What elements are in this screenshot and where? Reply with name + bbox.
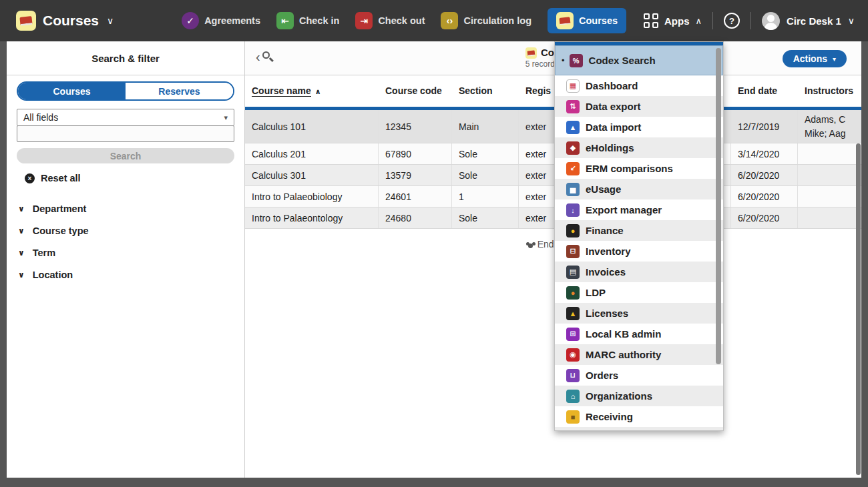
cell-course-name: Calculus 301 — [245, 165, 379, 185]
chevron-down-icon: ∨ — [18, 270, 25, 280]
menu-item-licenses[interactable]: ▲ Licenses — [555, 303, 723, 324]
menu-item-ldp[interactable]: ● LDP — [555, 282, 723, 303]
cell-course-name: Intro to Palaeontology — [245, 207, 379, 228]
menu-item-local-kb-admin[interactable]: ⊞ Local KB admin — [555, 324, 723, 344]
menu-item-finance[interactable]: ● Finance — [555, 220, 723, 241]
accordion-course-type[interactable]: ∨ Course type — [17, 222, 234, 239]
apps-dropdown-toggle[interactable]: Apps ∧ — [644, 13, 702, 28]
menu-item-marc-authority[interactable]: ◉ MARC authority — [555, 344, 723, 365]
help-icon[interactable]: ? — [724, 13, 740, 29]
organizations-icon: ⌂ — [566, 390, 580, 403]
menu-item-eusage[interactable]: ▅ eUsage — [555, 179, 723, 199]
finance-icon: ● — [566, 224, 580, 237]
licenses-icon: ▲ — [566, 307, 580, 320]
menu-item-receiving[interactable]: ■ Receiving — [555, 406, 723, 427]
current-app-menu[interactable]: Courses ∨ — [16, 11, 114, 31]
menu-item-export-manager[interactable]: ↓ Export manager — [555, 199, 723, 220]
check-in-icon: ⇤ — [276, 12, 294, 29]
chevron-down-icon: ∨ — [848, 15, 855, 26]
reset-x-icon: × — [25, 173, 35, 183]
column-header-section[interactable]: Section — [452, 85, 519, 97]
circulation-log-icon: ‹› — [441, 12, 458, 29]
menu-item-data-export[interactable]: ⇅ Data export — [555, 96, 723, 117]
cell-end-date: 6/20/2020 — [731, 186, 798, 207]
data-export-icon: ⇅ — [566, 100, 580, 113]
nav-item-check-in[interactable]: ⇤ Check in — [276, 12, 339, 29]
column-header-instructors[interactable]: Instructors — [798, 85, 861, 97]
chevron-down-icon: ▾ — [224, 113, 228, 122]
results-pane-header: ‹ Courses 5 records found Actions ▾ — [245, 41, 861, 75]
cell-end-date: 3/14/2020 — [731, 143, 798, 164]
nav-item-agreements[interactable]: ✓ Agreements — [182, 12, 260, 29]
invoices-icon: ▤ — [566, 266, 580, 279]
agreements-icon: ✓ — [182, 12, 199, 29]
app-title: Courses — [43, 13, 99, 29]
tab-reserves[interactable]: Reserves — [126, 83, 233, 99]
search-field-selected-value: All fields — [23, 112, 58, 123]
nav-item-check-out[interactable]: ⇥ Check out — [355, 12, 425, 29]
menu-vertical-scrollbar[interactable] — [716, 48, 721, 364]
chevron-down-icon: ∨ — [18, 204, 25, 213]
courses-book-icon — [16, 11, 36, 31]
ldp-icon: ● — [566, 286, 580, 300]
courses-reserves-tabs: Courses Reserves — [17, 81, 234, 101]
accordion-term[interactable]: ∨ Term — [17, 244, 234, 262]
chevron-down-icon: ∨ — [18, 226, 25, 235]
data-import-icon: ▲ — [566, 121, 580, 134]
column-header-end-date[interactable]: End date — [731, 85, 798, 97]
cell-end-date: 6/20/2020 — [731, 207, 798, 228]
table-row[interactable]: Calculus 101 12345 Main exter 9 12/7/201… — [245, 110, 861, 143]
menu-item-erm-comparisons[interactable]: ↙ ERM comparisons — [555, 158, 723, 179]
tab-courses[interactable]: Courses — [18, 83, 126, 99]
search-input[interactable] — [17, 125, 234, 142]
cell-section: Sole — [452, 165, 519, 185]
menu-item-eholdings[interactable]: ◆ eHoldings — [555, 137, 723, 158]
nav-item-courses-active[interactable]: Courses — [548, 8, 626, 33]
column-header-course-name[interactable]: Course name∧ — [245, 85, 379, 97]
check-out-icon: ⇥ — [355, 12, 373, 29]
table-row[interactable]: Intro to Palaeontology 24680 Sole exter … — [245, 207, 861, 229]
menu-item-codex-search[interactable]: • % Codex Search — [555, 45, 723, 75]
collapse-search-pane-button[interactable]: ‹ — [256, 50, 273, 63]
receiving-icon: ■ — [566, 410, 580, 424]
cell-course-name: Calculus 101 — [245, 110, 379, 143]
table-row[interactable]: Calculus 201 67890 Sole exter 3/14/2020 — [245, 143, 861, 165]
navbar-divider — [750, 12, 751, 29]
search-button[interactable]: Search — [17, 148, 234, 163]
user-name: Circ Desk 1 — [787, 15, 841, 27]
navbar-apps: ✓ Agreements ⇤ Check in ⇥ Check out ‹› C… — [182, 8, 626, 33]
cell-end-date: 6/20/2020 — [731, 165, 798, 185]
dashboard-icon: ▦ — [566, 79, 580, 93]
menu-item-dashboard[interactable]: ▦ Dashboard — [555, 75, 723, 96]
courses-icon — [556, 12, 574, 29]
apps-grid-icon — [644, 13, 658, 28]
table-row[interactable]: Calculus 301 13579 Sole exter 6/20/2020 — [245, 165, 861, 186]
orders-icon: ⊔ — [566, 369, 580, 382]
results-pane: ‹ Courses 5 records found Actions ▾ Cour… — [245, 41, 861, 478]
menu-item-organizations[interactable]: ⌂ Organizations — [555, 386, 723, 406]
menu-item-inventory[interactable]: ⊟ Inventory — [555, 241, 723, 262]
column-header-course-code[interactable]: Course code — [379, 85, 452, 97]
accordion-department[interactable]: ∨ Department — [17, 200, 234, 217]
accordion-location[interactable]: ∨ Location — [17, 266, 234, 284]
cell-instructors: Adams, C Mike; Aag — [798, 110, 861, 143]
search-field-select[interactable]: All fields ▾ — [17, 109, 234, 126]
chevron-down-icon: ∨ — [18, 248, 25, 258]
user-menu[interactable]: Circ Desk 1 ∨ — [762, 12, 855, 30]
menu-item-data-import[interactable]: ▲ Data import — [555, 117, 723, 137]
reset-all-button[interactable]: × Reset all — [25, 173, 234, 183]
nav-item-circulation-log[interactable]: ‹› Circulation log — [441, 12, 531, 29]
chevron-left-icon: ‹ — [256, 50, 260, 63]
cell-section: Sole — [452, 143, 519, 164]
results-vertical-scrollbar[interactable] — [856, 143, 861, 475]
cell-course-name: Calculus 201 — [245, 143, 379, 164]
cell-course-code: 13579 — [379, 165, 452, 185]
cell-section: Main — [452, 110, 519, 143]
table-row[interactable]: Intro to Palaeobiology 24601 1 exter 6/2… — [245, 186, 861, 207]
menu-item-orders[interactable]: ⊔ Orders — [555, 365, 723, 386]
actions-button[interactable]: Actions ▾ — [783, 50, 847, 67]
navbar-divider — [712, 12, 713, 29]
menu-item-invoices[interactable]: ▤ Invoices — [555, 262, 723, 282]
cell-course-code: 67890 — [379, 143, 452, 164]
cell-instructors — [798, 165, 861, 185]
